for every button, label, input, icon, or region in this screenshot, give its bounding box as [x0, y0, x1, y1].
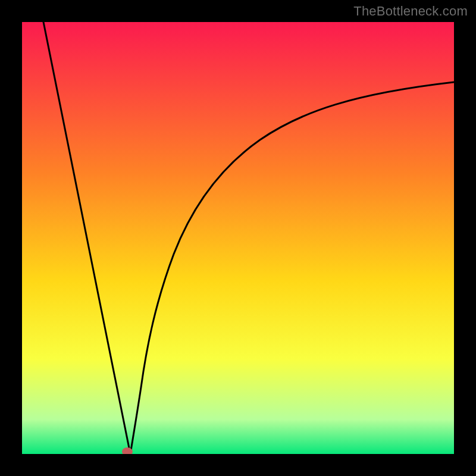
- chart-frame: TheBottleneck.com: [0, 0, 476, 476]
- attribution-text: TheBottleneck.com: [353, 4, 468, 19]
- chart-svg: [22, 22, 454, 454]
- plot-area: [22, 22, 454, 454]
